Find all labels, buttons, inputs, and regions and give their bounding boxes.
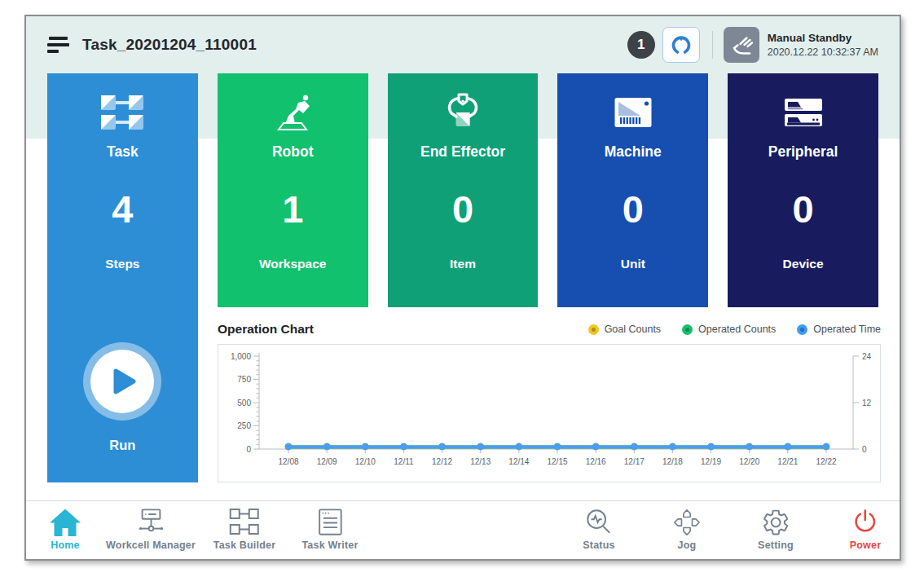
- chart-title: Operation Chart: [218, 322, 314, 337]
- top-bar: Task_20201204_110001 1 Manual Standby 20: [26, 16, 900, 73]
- task-builder-icon: [228, 508, 261, 537]
- svg-text:0: 0: [862, 445, 867, 454]
- robot-mode-button[interactable]: [662, 27, 700, 63]
- legend-label: Operated Time: [813, 324, 881, 335]
- card-sublabel: Workspace: [218, 257, 368, 271]
- svg-text:12/10: 12/10: [355, 457, 376, 466]
- card-sublabel: Item: [388, 257, 539, 271]
- nav-item-power[interactable]: Power: [850, 508, 882, 551]
- status-icon: [583, 508, 615, 537]
- legend-item-operated-time: Operated Time: [797, 324, 881, 335]
- end-effector-card[interactable]: End Effector 0 Item: [388, 73, 539, 307]
- nav-label: Jog: [678, 540, 697, 551]
- robot-arm-icon: [218, 87, 368, 138]
- task-writer-icon: [315, 508, 345, 537]
- divider: [712, 31, 713, 59]
- card-sublabel: Steps: [47, 257, 198, 271]
- notification-count-badge: 1: [627, 31, 655, 59]
- operated-time-dot-icon: [797, 324, 807, 335]
- play-icon: [112, 368, 137, 395]
- nav-label: Task Writer: [301, 540, 358, 551]
- svg-text:12/14: 12/14: [508, 457, 529, 466]
- nav-label: Home: [51, 540, 80, 551]
- svg-text:0: 0: [246, 445, 251, 454]
- svg-text:12/12: 12/12: [432, 457, 452, 466]
- nav-label: Status: [583, 540, 614, 551]
- svg-text:12/13: 12/13: [470, 457, 491, 466]
- power-icon: [850, 508, 881, 537]
- task-card[interactable]: Task 4 Steps Run: [47, 73, 198, 482]
- card-value: 0: [557, 188, 708, 231]
- nav-label: Power: [850, 540, 882, 551]
- goal-counts-dot-icon: [588, 324, 599, 335]
- workcell-manager-icon: [134, 508, 168, 537]
- legend-label: Goal Counts: [605, 324, 661, 335]
- legend-item-operated-counts: Operated Counts: [682, 324, 776, 335]
- card-value: 1: [218, 188, 368, 231]
- gear-icon: [760, 508, 791, 537]
- card-value: 0: [728, 188, 878, 231]
- menu-icon[interactable]: [47, 37, 69, 53]
- operation-chart-plot: 02505007501,0000122412/0812/0912/1012/11…: [218, 344, 881, 482]
- home-icon: [49, 508, 81, 537]
- svg-text:750: 750: [237, 375, 251, 384]
- card-label: Task: [47, 143, 198, 161]
- card-label: End Effector: [388, 143, 539, 161]
- nav-item-setting[interactable]: Setting: [758, 508, 794, 551]
- nav-item-workcell-manager[interactable]: Workcell Manager: [106, 508, 196, 551]
- jog-dpad-icon: [671, 508, 703, 537]
- peripheral-card[interactable]: Peripheral 0 Device: [728, 73, 878, 307]
- svg-text:1,000: 1,000: [231, 352, 251, 361]
- operation-chart-section: Operation Chart Goal Counts Operated Cou…: [218, 322, 881, 482]
- nav-item-home[interactable]: Home: [49, 508, 81, 551]
- robot-status-text: Manual Standby: [768, 32, 878, 44]
- svg-text:12/22: 12/22: [816, 457, 836, 466]
- svg-text:12: 12: [862, 399, 872, 407]
- card-value: 4: [47, 188, 198, 231]
- card-sublabel: Unit: [557, 257, 708, 271]
- robot-status-block: Manual Standby 2020.12.22 10:32:37 AM: [768, 32, 878, 58]
- nav-item-task-builder[interactable]: Task Builder: [213, 508, 276, 551]
- main-content: Task 4 Steps Run: [26, 73, 900, 500]
- card-label: Robot: [218, 143, 368, 161]
- nav-label: Setting: [758, 540, 794, 551]
- peripheral-device-icon: [728, 87, 878, 138]
- nav-item-task-writer[interactable]: Task Writer: [301, 508, 358, 551]
- status-timestamp: 2020.12.22 10:32:37 AM: [768, 46, 878, 58]
- nav-item-status[interactable]: Status: [583, 508, 615, 551]
- svg-text:12/09: 12/09: [317, 457, 337, 466]
- card-label: Machine: [557, 143, 708, 161]
- operated-counts-dot-icon: [682, 324, 693, 335]
- svg-text:12/08: 12/08: [278, 457, 298, 466]
- card-sublabel: Device: [728, 257, 878, 271]
- nav-label: Workcell Manager: [106, 540, 196, 551]
- chart-header: Operation Chart Goal Counts Operated Cou…: [218, 322, 881, 337]
- operation-chart-svg: 02505007501,0000122412/0812/0912/1012/11…: [218, 345, 880, 482]
- bottom-nav-bar: Home Workcell Manager Task Builder: [26, 500, 900, 560]
- card-value: 0: [388, 188, 539, 231]
- svg-text:12/11: 12/11: [394, 457, 414, 466]
- svg-text:24: 24: [862, 352, 872, 361]
- run-button-label: Run: [47, 438, 198, 453]
- app-window: Task_20201204_110001 1 Manual Standby 20: [24, 15, 901, 561]
- svg-text:12/18: 12/18: [662, 457, 683, 466]
- legend-item-goal-counts: Goal Counts: [588, 324, 661, 335]
- page-title: Task_20201204_110001: [82, 36, 257, 54]
- run-button[interactable]: [90, 350, 154, 413]
- svg-text:12/19: 12/19: [701, 457, 721, 466]
- nav-item-jog[interactable]: Jog: [671, 508, 703, 551]
- svg-text:12/20: 12/20: [739, 457, 759, 466]
- legend-label: Operated Counts: [698, 324, 776, 335]
- svg-text:250: 250: [237, 421, 251, 430]
- gripper-mode-icon: [671, 34, 692, 55]
- robot-card[interactable]: Robot 1 Workspace: [218, 73, 368, 307]
- machine-card[interactable]: Machine 0 Unit: [557, 73, 708, 307]
- svg-text:12/16: 12/16: [586, 457, 606, 466]
- manual-mode-tile: [724, 27, 759, 63]
- svg-text:12/17: 12/17: [624, 457, 645, 466]
- card-label: Peripheral: [728, 143, 878, 161]
- task-blocks-icon: [47, 87, 198, 138]
- top-bar-right: 1 Manual Standby 2020.12.22 10:32:37 AM: [627, 27, 878, 63]
- gripper-icon: [388, 87, 539, 138]
- svg-text:12/15: 12/15: [547, 457, 567, 466]
